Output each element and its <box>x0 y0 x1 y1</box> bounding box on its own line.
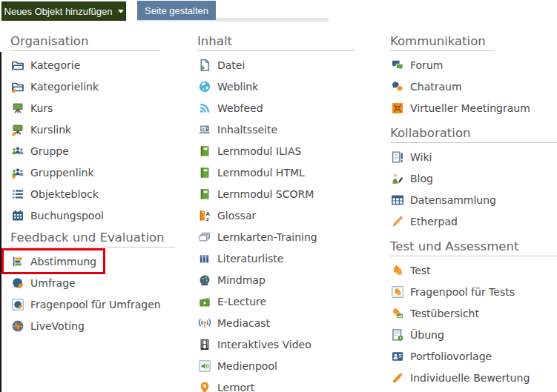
learning-module-icon <box>197 187 212 202</box>
menu-item-webfeed[interactable]: Webfeed <box>197 97 369 119</box>
menu-item-medienpool[interactable]: Medienpool <box>197 355 369 376</box>
menu-item-fragenpool-fur-umfragen[interactable]: Fragenpool für Umfragen <box>10 293 188 315</box>
section-title-kommunikation: Kommunikation <box>390 33 557 50</box>
menu-item-label: Übung <box>410 329 444 341</box>
menu-item-gruppenlink[interactable]: Gruppenlink <box>10 162 188 183</box>
menu-item-virtueller-meetingraum[interactable]: Virtueller Meetingraum <box>390 97 557 119</box>
menu-item-label: Lernort <box>217 382 254 392</box>
menu-item-ubung[interactable]: Übung <box>390 324 557 345</box>
page-design-button[interactable]: Seite gestalten <box>137 1 216 20</box>
learning-module-icon <box>197 144 212 159</box>
menu-item-test[interactable]: Test <box>390 259 557 281</box>
menu-item-individuelle-bewertung[interactable]: Individuelle Bewertung <box>390 367 557 388</box>
menu-item-label: Lernmodul SCORM <box>217 188 314 200</box>
mediacast-icon <box>197 316 212 330</box>
menu-item-gruppe[interactable]: Gruppe <box>10 140 188 162</box>
menu-item-lernort[interactable]: Lernort <box>197 376 369 392</box>
menu-item-label: Individuelle Bewertung <box>410 372 530 384</box>
panel-left-edge <box>0 52 1 392</box>
chat-icon <box>390 79 405 94</box>
weblink-icon <box>197 79 212 94</box>
menu-item-kategorie[interactable]: Kategorie <box>10 54 188 76</box>
menu-item-weblink[interactable]: Weblink <box>197 76 369 97</box>
menu-item-label: Chatraum <box>410 81 462 93</box>
live-voting-icon <box>10 319 25 333</box>
section-title-inhalt: Inhalt <box>197 33 369 50</box>
meeting-room-icon <box>390 101 405 116</box>
menu-item-label: Gruppenlink <box>30 167 94 179</box>
menu-item-label: Wiki <box>410 151 432 163</box>
menu-item-mediacast[interactable]: Mediacast <box>197 312 369 333</box>
section-divider <box>197 50 355 51</box>
menu-item-livevoting[interactable]: LiveVoting <box>10 315 188 336</box>
menu-item-kurs[interactable]: Kurs <box>10 97 188 119</box>
menu-item-lernmodul-html[interactable]: Lernmodul HTML <box>197 162 369 183</box>
menu-item-lernmodul-scorm[interactable]: Lernmodul SCORM <box>197 183 369 205</box>
menu-item-label: Mediacast <box>217 317 270 329</box>
section-title-kollaboration: Kollaboration <box>390 124 557 142</box>
menu-item-label: Fragenpool für Tests <box>410 286 515 298</box>
wiki-icon <box>390 150 405 165</box>
menu-item-label: Gruppe <box>30 145 69 157</box>
menu-item-label: Datensammlung <box>410 194 496 206</box>
mindmap-icon <box>197 273 212 288</box>
etherpad-icon <box>390 214 405 229</box>
course-icon <box>10 101 25 116</box>
test-overview-icon <box>390 306 405 321</box>
menu-item-portfoliovorlage[interactable]: Portfoliovorlage <box>390 345 557 367</box>
menu-item-fragenpool-fur-tests[interactable]: Fragenpool für Tests <box>390 281 557 302</box>
forum-icon <box>390 58 405 73</box>
menu-item-label: Test <box>410 265 431 276</box>
menu-column-kommunikation: KommunikationForumChatraumVirtueller Mee… <box>390 28 557 388</box>
category-link-icon <box>10 79 25 94</box>
menu-item-datei[interactable]: Datei <box>197 54 369 76</box>
interactive-video-icon <box>197 337 212 352</box>
menu-item-lernmodul-ilias[interactable]: Lernmodul ILIAS <box>197 140 369 162</box>
add-new-object-button[interactable]: Neues Objekt hinzufügen <box>1 1 126 21</box>
section-divider <box>10 50 159 51</box>
menu-item-blog[interactable]: Blog <box>390 167 557 189</box>
exercise-icon <box>390 328 405 342</box>
poll-icon <box>10 254 25 269</box>
menu-item-kurslink[interactable]: Kurslink <box>10 119 188 140</box>
media-pool-icon <box>197 359 212 373</box>
menu-item-e-lecture[interactable]: E-Lecture <box>197 290 369 312</box>
category-icon <box>10 58 25 73</box>
blog-icon <box>390 171 405 186</box>
section-divider <box>390 50 494 51</box>
menu-item-label: Virtueller Meetingraum <box>410 102 530 114</box>
menu-item-abstimmung[interactable]: Abstimmung <box>10 250 188 272</box>
menu-item-interaktives-video[interactable]: Interaktives Video <box>197 333 369 355</box>
menu-item-etherpad[interactable]: Etherpad <box>390 210 557 232</box>
section-divider <box>10 247 175 248</box>
menu-item-testubersicht[interactable]: Testübersicht <box>390 302 557 324</box>
menu-item-umfrage[interactable]: Umfrage <box>10 272 188 293</box>
menu-item-forum[interactable]: Forum <box>390 54 557 76</box>
menu-column-inhalt: InhaltDateiWeblinkWebfeedInhaltsseiteLer… <box>197 28 369 392</box>
menu-item-objekteblock[interactable]: Objekteblock <box>10 183 188 205</box>
menu-item-mindmap[interactable]: Mindmap <box>197 269 369 290</box>
item-group-icon <box>10 187 25 202</box>
learning-location-icon <box>197 380 212 392</box>
menu-item-label: Lernmodul ILIAS <box>217 145 301 157</box>
menu-item-label: Fragenpool für Umfragen <box>30 299 161 310</box>
menu-item-inhaltsseite[interactable]: Inhaltsseite <box>197 119 369 140</box>
menu-item-literaturliste[interactable]: Literaturliste <box>197 248 369 269</box>
menu-item-datensammlung[interactable]: Datensammlung <box>390 189 557 210</box>
menu-item-glossar[interactable]: AzGlossar <box>197 205 369 226</box>
section-divider <box>390 142 557 143</box>
menu-item-kategorielink[interactable]: Kategorielink <box>10 76 188 97</box>
menu-item-lernkarten-training[interactable]: Lernkarten-Training <box>197 226 369 248</box>
menu-item-chatraum[interactable]: Chatraum <box>390 76 557 97</box>
menu-item-label: Testübersicht <box>410 308 479 319</box>
menu-item-wiki[interactable]: Wiki <box>390 146 557 167</box>
survey-icon <box>10 276 25 290</box>
svg-text:z: z <box>206 216 209 222</box>
survey-question-pool-icon <box>10 297 25 312</box>
menu-item-buchungspool[interactable]: Buchungspool <box>10 205 188 226</box>
add-object-dropdown-page: { "toolbar": { "add_object_button": "Neu… <box>0 0 557 392</box>
menu-item-label: Weblink <box>217 81 258 93</box>
menu-item-label: Forum <box>410 59 443 71</box>
menu-item-label: Portfoliovorlage <box>410 351 492 362</box>
menu-item-label: Objekteblock <box>30 188 99 200</box>
